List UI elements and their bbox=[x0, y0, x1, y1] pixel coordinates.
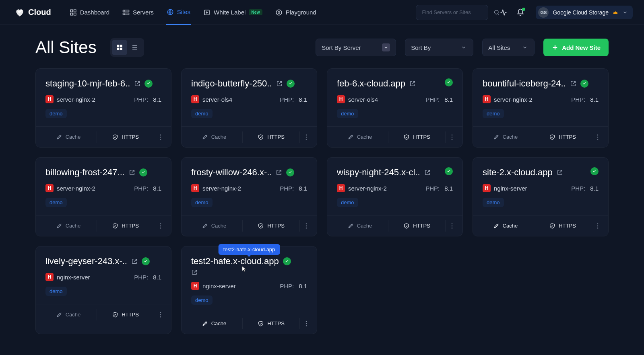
more-menu-button[interactable] bbox=[154, 311, 167, 318]
svg-point-23 bbox=[452, 134, 452, 135]
account-menu[interactable]: GS Google Cloud Storage bbox=[536, 6, 633, 19]
external-link-icon[interactable] bbox=[424, 169, 431, 176]
nav-playground[interactable]: Playground bbox=[275, 0, 317, 25]
https-button[interactable]: HTTPS bbox=[243, 127, 299, 147]
grid-view-button[interactable] bbox=[112, 40, 127, 55]
cache-button[interactable]: Cache bbox=[477, 127, 534, 147]
external-link-icon[interactable] bbox=[570, 80, 576, 87]
demo-tag: demo bbox=[45, 287, 67, 296]
more-menu-button[interactable] bbox=[446, 222, 458, 230]
site-name: staging-10-mjr-feb-6.. bbox=[45, 78, 130, 89]
site-card[interactable]: lively-geyser-243.x-..Hnginx-serverPHP:8… bbox=[35, 246, 171, 334]
global-search[interactable] bbox=[416, 5, 488, 20]
search-input[interactable] bbox=[422, 9, 489, 15]
more-menu-button[interactable] bbox=[300, 222, 313, 230]
svg-rect-1 bbox=[74, 10, 76, 12]
site-card[interactable]: test2-hafe.x-cloud.apptest2-hafe.x-cloud… bbox=[181, 246, 317, 334]
external-link-icon[interactable] bbox=[276, 169, 282, 176]
view-toggle bbox=[110, 38, 144, 57]
https-button[interactable]: HTTPS bbox=[388, 127, 445, 147]
more-menu-button[interactable] bbox=[591, 133, 604, 141]
nav-sites[interactable]: Sites bbox=[166, 0, 191, 25]
more-menu-button[interactable] bbox=[300, 133, 313, 141]
cache-button[interactable]: Cache bbox=[331, 215, 388, 236]
external-link-icon[interactable] bbox=[129, 169, 135, 176]
https-button[interactable]: HTTPS bbox=[97, 127, 154, 147]
rocket-icon bbox=[202, 223, 208, 229]
brand-logo[interactable]: Cloud bbox=[14, 7, 51, 18]
more-menu-button[interactable] bbox=[591, 222, 604, 230]
nav-dashboard[interactable]: Dashboard bbox=[69, 0, 110, 25]
svg-point-18 bbox=[160, 136, 161, 137]
https-button[interactable]: HTTPS bbox=[97, 215, 154, 236]
cache-button[interactable]: Cache bbox=[186, 313, 242, 334]
https-button[interactable]: HTTPS bbox=[534, 215, 591, 236]
plus-icon bbox=[551, 44, 559, 51]
server-name: Hserver-nginx-2 bbox=[337, 184, 387, 192]
cache-button[interactable]: Cache bbox=[40, 304, 97, 325]
cache-button[interactable]: Cache bbox=[40, 127, 97, 147]
more-menu-button[interactable] bbox=[154, 133, 167, 141]
sort-by-select[interactable]: Sort By bbox=[405, 39, 473, 56]
more-menu-button[interactable] bbox=[154, 222, 167, 230]
svg-point-38 bbox=[597, 223, 598, 224]
cache-button[interactable]: Cache bbox=[331, 127, 388, 147]
hetzner-icon: H bbox=[483, 184, 491, 192]
svg-rect-0 bbox=[70, 10, 72, 12]
more-menu-button[interactable] bbox=[300, 320, 313, 327]
site-card[interactable]: wispy-night-245.x-cl..Hserver-nginx-2PHP… bbox=[327, 157, 463, 236]
https-label: HTTPS bbox=[559, 134, 576, 140]
nav-white-label-text: White Label bbox=[214, 9, 246, 16]
hetzner-icon: H bbox=[483, 95, 491, 103]
https-button[interactable]: HTTPS bbox=[388, 215, 445, 236]
https-button[interactable]: HTTPS bbox=[243, 215, 299, 236]
card-footer: CacheHTTPS bbox=[473, 215, 608, 236]
site-name: test2-hafe.x-cloud.app bbox=[191, 256, 279, 267]
site-card[interactable]: staging-10-mjr-feb-6..Hserver-nginx-2PHP… bbox=[35, 68, 171, 148]
site-card[interactable]: site-2.x-cloud.appHnginx-serverPHP:8.1de… bbox=[473, 157, 609, 236]
site-name: bountiful-iceberg-24.. bbox=[483, 78, 566, 89]
cache-button[interactable]: Cache bbox=[186, 127, 242, 147]
sort-by-server-select[interactable]: Sort By Server bbox=[316, 39, 396, 56]
external-link-icon[interactable] bbox=[409, 80, 416, 87]
php-version: PHP:8.1 bbox=[425, 185, 453, 192]
external-link-icon[interactable] bbox=[557, 169, 563, 176]
svg-point-32 bbox=[306, 223, 307, 224]
top-nav: Cloud Dashboard Servers Sites White Labe… bbox=[0, 0, 644, 25]
external-link-icon[interactable] bbox=[134, 80, 140, 87]
https-label: HTTPS bbox=[267, 223, 285, 229]
server-label: server-nginx-2 bbox=[57, 96, 95, 103]
more-menu-button[interactable] bbox=[446, 133, 458, 141]
add-new-site-button[interactable]: Add New Site bbox=[543, 39, 609, 56]
external-link-icon[interactable] bbox=[131, 258, 138, 265]
cache-button[interactable]: Cache bbox=[40, 215, 97, 236]
white-label-icon bbox=[203, 9, 211, 16]
site-card[interactable]: bountiful-iceberg-24..Hserver-nginx-2PHP… bbox=[473, 68, 609, 148]
list-view-button[interactable] bbox=[127, 40, 142, 55]
site-card[interactable]: feb-6.x-cloud.appHserver-ols4PHP:8.1demo… bbox=[327, 68, 463, 148]
demo-tag: demo bbox=[483, 198, 504, 207]
cache-button[interactable]: Cache bbox=[477, 215, 534, 236]
https-label: HTTPS bbox=[267, 134, 285, 140]
nav-white-label[interactable]: White Label New bbox=[202, 0, 263, 25]
svg-rect-13 bbox=[117, 45, 119, 47]
site-name: feb-6.x-cloud.app bbox=[337, 78, 405, 89]
notifications-icon[interactable] bbox=[516, 8, 524, 16]
external-link-icon[interactable] bbox=[191, 269, 307, 275]
https-button[interactable]: HTTPS bbox=[534, 127, 591, 147]
svg-point-21 bbox=[306, 136, 307, 137]
https-button[interactable]: HTTPS bbox=[243, 313, 299, 334]
search-icon bbox=[493, 9, 500, 16]
nav-servers[interactable]: Servers bbox=[122, 0, 155, 25]
cache-button[interactable]: Cache bbox=[186, 215, 242, 236]
https-button[interactable]: HTTPS bbox=[97, 304, 154, 325]
external-link-icon[interactable] bbox=[276, 80, 283, 87]
site-card[interactable]: frosty-willow-246.x-..Hserver-nginx-2PHP… bbox=[181, 157, 317, 236]
activity-icon[interactable] bbox=[500, 8, 508, 16]
svg-rect-3 bbox=[74, 13, 76, 15]
site-card[interactable]: billowing-frost-247...Hserver-nginx-2PHP… bbox=[35, 157, 171, 236]
site-card[interactable]: indigo-butterfly-250..Hserver-ols4PHP:8.… bbox=[181, 68, 317, 148]
filter-select[interactable]: All Sites bbox=[482, 39, 535, 56]
demo-tag: demo bbox=[483, 109, 504, 118]
chevron-down-icon bbox=[521, 44, 528, 51]
